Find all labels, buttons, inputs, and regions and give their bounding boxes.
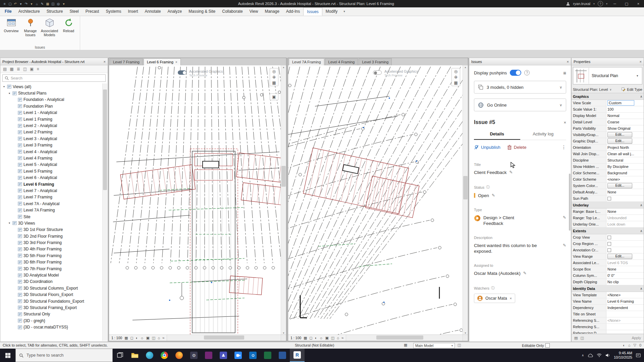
tree-item-3d-4th-floor-framing[interactable]: 3D 4th Floor Framing: [1, 246, 102, 252]
qat-icon-8[interactable]: ▦: [45, 2, 50, 6]
user-avatar-icon[interactable]: [566, 2, 570, 6]
property-edit-button[interactable]: Edit...: [607, 183, 632, 188]
properties-close-icon[interactable]: ×: [640, 60, 642, 64]
property-value[interactable]: Project North: [606, 144, 644, 150]
chrome-icon[interactable]: [157, 349, 172, 362]
view-control-icon-1-2[interactable]: ◐: [136, 336, 138, 340]
user-menu-caret-icon[interactable]: ▾: [593, 2, 595, 5]
tree-item-3d-gregh[interactable]: {3D - gregh}: [1, 317, 102, 324]
excel-icon[interactable]: [260, 349, 275, 362]
property-checkbox[interactable]: [607, 197, 611, 200]
section-collapse-icon[interactable]: ∧: [640, 229, 642, 233]
project-browser-scrollbar[interactable]: [102, 83, 107, 341]
project-browser-close-icon[interactable]: ×: [104, 60, 106, 64]
search-input[interactable]: Search: [2, 74, 106, 82]
ribbon-tab-structure[interactable]: Structure: [43, 7, 66, 16]
taskbar-search-input[interactable]: Type here to search: [15, 349, 113, 362]
edit-status-icon[interactable]: ✎: [492, 193, 495, 198]
tree-item-level-1-framing[interactable]: Level 1 Framing: [1, 116, 102, 122]
property-value[interactable]: Normal: [606, 113, 644, 119]
property-value[interactable]: [606, 324, 644, 330]
issues-menu-icon[interactable]: ≡: [563, 70, 566, 76]
tree-item-level-1-analytical[interactable]: Level 1 - Analytical: [1, 110, 102, 116]
drawing-canvas-level-7a-framing[interactable]: Accelerated Graphics Tech Preview ◎ ⊕ ▦: [288, 65, 463, 335]
go-online-dropdown[interactable]: Go Online ∨: [474, 99, 566, 111]
properties-section-underlay[interactable]: Underlay∧: [572, 202, 644, 208]
property-value[interactable]: Structural: [606, 157, 644, 163]
qat-icon-6[interactable]: ⌂: [34, 2, 40, 6]
settings-icon[interactable]: ⚙: [186, 349, 201, 362]
status-info-icon[interactable]: ⓘ: [486, 185, 490, 190]
browser-tool-icon-5[interactable]: ≡: [37, 67, 39, 71]
start-button[interactable]: [0, 349, 15, 362]
zoom-icon[interactable]: ⊕: [272, 75, 276, 79]
outlook-icon[interactable]: [246, 349, 260, 362]
taskbar-time[interactable]: 9:45 AM: [614, 351, 632, 355]
browser-tool-icon-3[interactable]: ◫: [23, 67, 27, 71]
property-value[interactable]: [606, 195, 644, 201]
accelerated-graphics-toggle-2[interactable]: [373, 70, 382, 75]
view-tab-level-6-framing[interactable]: Level 6 Framing×: [144, 58, 181, 65]
view-scale-label-1[interactable]: 1 : 100: [111, 336, 122, 340]
tree-item-3d-5th-floor-framing[interactable]: 3D 5th Floor Framing: [1, 252, 102, 259]
tree-item-level-4-framing[interactable]: Level 4 Framing: [1, 155, 102, 161]
tree-item-level-7-analytical[interactable]: Level 7 - Analytical: [1, 187, 102, 194]
browser-tool-icon-4[interactable]: ▣: [30, 67, 34, 71]
press-drag-icon[interactable]: ⌂: [628, 343, 631, 347]
tree-item-3d-analytical-model[interactable]: 3D Analytical Model: [1, 272, 102, 278]
accelerated-graphics-toggle[interactable]: [178, 70, 186, 75]
property-value[interactable]: None: [606, 208, 644, 215]
taskbar-date[interactable]: 10/10/2025: [614, 355, 632, 360]
property-value[interactable]: Independent: [606, 305, 644, 311]
ribbon-tab-manage[interactable]: Manage: [261, 7, 282, 16]
tree-caret-icon[interactable]: ▾: [8, 222, 11, 225]
file-explorer-icon[interactable]: [127, 349, 142, 362]
tab-details[interactable]: Details: [474, 129, 520, 140]
ribbon-tab-steel[interactable]: Steel: [66, 7, 82, 16]
pan-icon[interactable]: ▦: [272, 81, 276, 85]
property-value[interactable]: None: [606, 189, 644, 195]
watcher-chip[interactable]: Oscar Mata ×: [474, 294, 515, 303]
tree-item-3d-6th-floor-framing[interactable]: 3D 6th Floor Framing: [1, 259, 102, 265]
edit-title-icon[interactable]: ✎: [509, 170, 513, 175]
property-checkbox[interactable]: [607, 248, 611, 252]
task-view-icon[interactable]: [113, 349, 127, 362]
view-tab-level-4-framing[interactable]: Level 4 Framing: [325, 58, 358, 65]
ribbon-tab-view[interactable]: View: [246, 7, 262, 16]
tree-caret-icon[interactable]: ▾: [2, 85, 6, 88]
minimize-button[interactable]: ─: [610, 2, 619, 6]
edit-description-icon[interactable]: ✎: [563, 243, 566, 248]
volume-icon[interactable]: [605, 353, 610, 357]
property-checkbox[interactable]: [607, 236, 611, 239]
tree-item-3d-structural-framing-export[interactable]: 3D Structural Framing_Export: [1, 304, 102, 311]
property-value[interactable]: <None>: [606, 292, 644, 298]
view-control-icon-1-4[interactable]: ▣: [146, 336, 149, 340]
steering-wheel-icon-2[interactable]: ◎: [454, 69, 458, 73]
view-tab-level-7a-framing[interactable]: Level 7A Framing: [289, 58, 324, 65]
issue-more-icon[interactable]: ⋮: [561, 144, 566, 150]
property-value[interactable]: Edit...: [606, 183, 644, 189]
cloud-icon[interactable]: [588, 354, 593, 357]
ribbon-tab-file[interactable]: File: [1, 7, 15, 16]
tree-item-level-7a-analytical[interactable]: Level 7A - Analytical: [1, 200, 102, 207]
horizontal-scrollbar-2[interactable]: [346, 335, 463, 341]
wifi-icon[interactable]: [597, 353, 602, 357]
view-control-icon-2-3[interactable]: ☼: [319, 336, 323, 340]
edge-icon[interactable]: [142, 349, 157, 362]
qat-icon-3[interactable]: ▾: [18, 2, 23, 6]
property-value[interactable]: Level 6 Framing: [606, 298, 644, 304]
reload-button[interactable]: Reload: [59, 17, 78, 37]
active-workset-select[interactable]: Main Model ▾: [413, 343, 455, 348]
drawing-canvas-level-6-framing[interactable]: Accelerated Graphics Tech Preview ◎ ⊕ ▦ …: [109, 65, 281, 335]
view-tab-level-3-framing[interactable]: Level 3 Framing: [359, 58, 392, 65]
property-checkbox[interactable]: [607, 242, 611, 246]
qat-icon-5[interactable]: ▾: [29, 2, 34, 6]
help-caret-icon[interactable]: ▾: [606, 2, 607, 5]
maximize-button[interactable]: ▢: [622, 2, 631, 6]
vertical-scrollbar-1[interactable]: ▲▼: [281, 65, 286, 335]
property-value[interactable]: Level 6 TOS: [606, 260, 644, 266]
tree-item-level-2-framing[interactable]: Level 2 Framing: [1, 129, 102, 135]
view-cube-icon[interactable]: ▣: [272, 95, 276, 99]
view-control-icon-2-1[interactable]: ◻: [310, 336, 313, 340]
vertical-scrollbar-2[interactable]: ▲▼: [463, 65, 468, 335]
